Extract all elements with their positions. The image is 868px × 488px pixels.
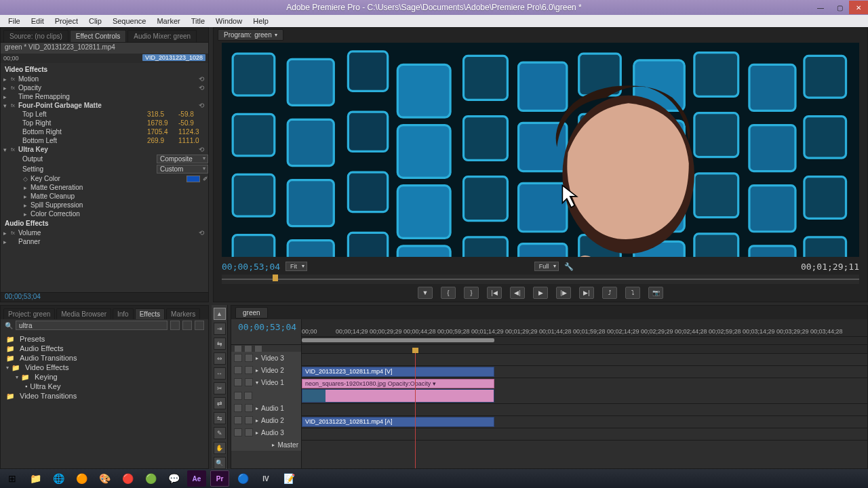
solo-icon[interactable] bbox=[245, 428, 253, 436]
tab-project[interactable]: Project: green bbox=[3, 308, 55, 319]
timeline-timecode[interactable]: 00;00;53;04 bbox=[231, 319, 301, 337]
marker-track[interactable] bbox=[302, 345, 867, 353]
tab-effect-controls[interactable]: Effect Controls bbox=[70, 30, 126, 42]
tab-effects[interactable]: Effects bbox=[135, 308, 165, 319]
wrench-icon[interactable]: 🔧 bbox=[564, 262, 574, 271]
step-back-button[interactable]: ◀| bbox=[510, 287, 525, 299]
twirl-icon[interactable]: ▸ bbox=[1, 94, 9, 100]
timeline-tracks-area[interactable]: 00;0000;00;14;2900;00;29;2900;00;44;2800… bbox=[302, 319, 867, 468]
start-button[interactable]: ⊞ bbox=[3, 470, 22, 487]
reset-icon[interactable]: ⟲ bbox=[199, 229, 204, 237]
twirl-icon[interactable]: ▾ bbox=[256, 380, 258, 386]
folder-video-transitions[interactable]: Video Transitions bbox=[6, 391, 203, 401]
filter-32bit-button[interactable] bbox=[182, 321, 192, 330]
twirl-icon[interactable]: ▾ bbox=[6, 365, 9, 371]
lock-icon[interactable] bbox=[245, 366, 253, 374]
track-head-master[interactable]: ▸Master bbox=[231, 439, 302, 451]
goto-out-button[interactable]: ▶| bbox=[579, 287, 594, 299]
eyedropper-icon[interactable]: ✐ bbox=[203, 176, 208, 182]
reset-icon[interactable]: ⟲ bbox=[199, 75, 204, 83]
track-a3[interactable] bbox=[302, 428, 867, 440]
param-value-y[interactable]: 1124.3 bbox=[178, 128, 208, 136]
close-button[interactable]: ✕ bbox=[849, 1, 868, 14]
lock-icon[interactable] bbox=[245, 378, 253, 386]
filter-yuv-button[interactable] bbox=[195, 321, 204, 330]
chrome-icon[interactable]: 🌐 bbox=[49, 470, 68, 487]
file-explorer-icon[interactable]: 📁 bbox=[26, 470, 45, 487]
menu-project[interactable]: Project bbox=[50, 16, 83, 26]
effect-panner[interactable]: ▸ Panner bbox=[1, 237, 208, 246]
param-value-y[interactable]: -59.8 bbox=[178, 110, 208, 118]
rolling-edit-tool[interactable]: ⇔ bbox=[214, 352, 226, 365]
menu-help[interactable]: Help bbox=[248, 16, 274, 26]
menu-window[interactable]: Window bbox=[210, 16, 248, 26]
filter-fx-button[interactable] bbox=[170, 321, 180, 330]
program-timecode-current[interactable]: 00;00;53;04 bbox=[222, 262, 280, 272]
playhead-marker[interactable] bbox=[273, 274, 278, 281]
twirl-icon[interactable]: ▸ bbox=[256, 418, 258, 424]
clip-a2[interactable]: VID_20131223_102811.mp4 [A] bbox=[302, 417, 494, 427]
twirl-icon[interactable]: ▸ bbox=[21, 184, 29, 191]
app-icon[interactable]: 🎨 bbox=[95, 470, 114, 487]
skype-icon[interactable]: 💬 bbox=[164, 470, 183, 487]
track-v2[interactable]: VID_20131223_102811.mp4 [V] bbox=[302, 365, 867, 378]
param-output[interactable]: Output Composite bbox=[1, 154, 208, 164]
track-a1[interactable] bbox=[302, 403, 867, 415]
output-dropdown[interactable]: Composite bbox=[157, 155, 208, 163]
premiere-pro-icon[interactable]: Pr bbox=[210, 470, 229, 487]
menu-clip[interactable]: Clip bbox=[83, 16, 107, 26]
twirl-icon[interactable]: ▸ bbox=[21, 211, 29, 218]
param-value-x[interactable]: 1705.4 bbox=[147, 128, 178, 136]
keyframe-icon[interactable] bbox=[244, 392, 252, 400]
effect-volume[interactable]: ▸ fx Volume ⟲ bbox=[1, 228, 208, 237]
menu-title[interactable]: Title bbox=[186, 16, 210, 26]
tab-program[interactable]: Program: green ▾ bbox=[218, 29, 283, 41]
track-select-tool[interactable]: ⇥ bbox=[214, 323, 226, 335]
razor-tool[interactable]: ✂ bbox=[214, 382, 226, 394]
track-v3[interactable] bbox=[302, 353, 867, 365]
ripple-edit-tool[interactable]: ⇆ bbox=[214, 338, 226, 350]
effect-opacity[interactable]: ▸ fx Opacity ⟲ bbox=[1, 83, 208, 92]
param-top-right[interactable]: Top Right 1678.9 -50.9 bbox=[1, 119, 208, 127]
tab-info[interactable]: Info bbox=[113, 308, 134, 319]
folder-presets[interactable]: Presets bbox=[6, 334, 203, 344]
param-key-color[interactable]: ◇ Key Color ✐ bbox=[1, 174, 208, 183]
style-icon[interactable] bbox=[234, 392, 242, 400]
solo-icon[interactable] bbox=[245, 416, 253, 424]
extract-button[interactable]: ⤵ bbox=[625, 287, 640, 299]
track-head-v1[interactable]: ▾Video 1 bbox=[231, 376, 302, 402]
param-value-x[interactable]: 318.5 bbox=[147, 110, 178, 118]
param-spill-suppression[interactable]: ▸ Spill Suppression bbox=[1, 201, 208, 209]
track-v1[interactable]: neon_squares-1920x1080.jpg Opacity:Opaci… bbox=[302, 378, 867, 403]
twirl-icon[interactable]: ▸ bbox=[272, 442, 275, 448]
after-effects-icon[interactable]: Ae bbox=[187, 470, 206, 487]
effect-motion[interactable]: ▸ fx Motion ⟲ bbox=[1, 75, 208, 83]
pen-tool[interactable]: ✎ bbox=[214, 427, 226, 439]
play-button[interactable]: ▶ bbox=[533, 287, 548, 299]
timeline-playhead[interactable] bbox=[415, 353, 416, 468]
timeline-ruler[interactable]: 00;0000;00;14;2900;00;29;2900;00;44;2800… bbox=[302, 319, 867, 337]
clip-v1-label[interactable]: neon_squares-1920x1080.jpg Opacity:Opaci… bbox=[302, 379, 494, 388]
track-head-v2[interactable]: ▸Video 2 bbox=[231, 364, 302, 376]
track-master[interactable] bbox=[302, 440, 867, 452]
tab-media-browser[interactable]: Media Browser bbox=[56, 308, 111, 319]
twirl-icon[interactable]: ▸ bbox=[1, 239, 9, 245]
program-monitor-viewport[interactable] bbox=[222, 43, 859, 257]
step-forward-button[interactable]: |▶ bbox=[556, 287, 571, 299]
effect-mini-timeline[interactable]: 00;00 VID_20131223_1028 bbox=[1, 54, 208, 63]
blender-icon[interactable]: 🟠 bbox=[72, 470, 91, 487]
clip-v1-thumb[interactable] bbox=[302, 389, 494, 403]
eye-icon[interactable] bbox=[234, 354, 242, 362]
twirl-icon[interactable]: ▾ bbox=[16, 374, 18, 380]
param-value-y[interactable]: -50.9 bbox=[178, 119, 208, 127]
twirl-icon[interactable]: ▸ bbox=[256, 367, 258, 373]
param-value-x[interactable]: 269.9 bbox=[147, 137, 178, 144]
app-icon-3[interactable]: 🔵 bbox=[233, 470, 252, 487]
effect-panel-timecode[interactable]: 00;00;53;04 bbox=[1, 292, 208, 302]
param-value-y[interactable]: 1111.0 bbox=[178, 137, 208, 144]
selection-tool[interactable]: ▲ bbox=[214, 308, 226, 320]
mute-icon[interactable] bbox=[234, 428, 242, 436]
twirl-icon[interactable]: ▸ bbox=[256, 355, 258, 361]
folder-audio-transitions[interactable]: Audio Transitions bbox=[6, 353, 203, 363]
param-color-correction[interactable]: ▸ Color Correction bbox=[1, 209, 208, 218]
